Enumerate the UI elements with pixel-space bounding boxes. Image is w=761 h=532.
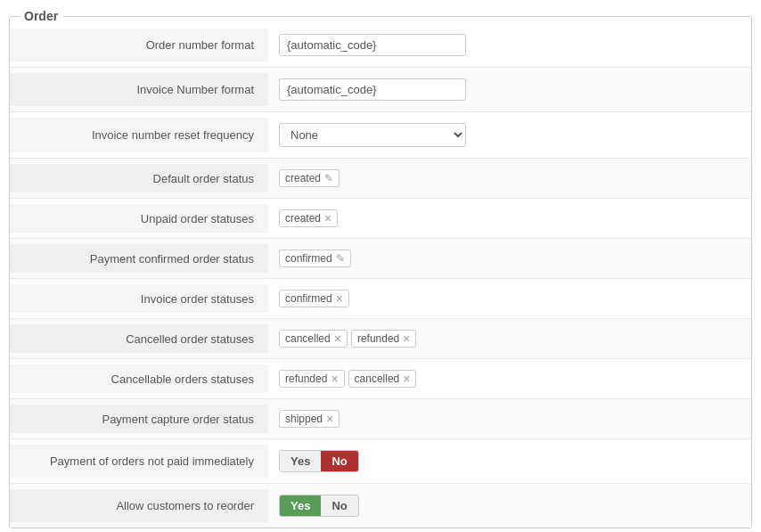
- tag-label: shipped: [285, 413, 323, 425]
- label-cancelled-order-statuses: Cancelled order statuses: [10, 324, 268, 353]
- form-row-invoice-number-format: Invoice Number format: [10, 68, 751, 112]
- field-payment-not-paid-immediately: YesNo: [268, 445, 751, 478]
- form-row-payment-capture-order-status: Payment capture order statusshipped×: [10, 399, 751, 439]
- tag-cancelled-order-statuses-cancelled: cancelled×: [279, 330, 348, 348]
- form-row-payment-not-paid-immediately: Payment of orders not paid immediatelyYe…: [10, 439, 751, 484]
- label-invoice-reset-frequency: Invoice number reset frequency: [10, 118, 268, 152]
- form-row-allow-customers-reorder: Allow customers to reorderYesNo: [10, 484, 751, 528]
- field-invoice-reset-frequency: NoneDailyMonthlyYearly: [268, 118, 751, 152]
- tag-cancellable-orders-statuses-cancelled: cancelled×: [348, 370, 417, 388]
- tag-cancelled-order-statuses-refunded: refunded×: [351, 330, 417, 348]
- toggle-yes-payment-not-paid-immediately[interactable]: Yes: [280, 451, 321, 471]
- tag-payment-capture-order-status-shipped: shipped×: [279, 410, 340, 428]
- form-row-default-order-status: Default order statuscreated✎: [10, 159, 751, 199]
- field-cancellable-orders-statuses: refunded×cancelled×: [268, 364, 751, 393]
- field-payment-confirmed-order-status: confirmed✎: [268, 244, 751, 273]
- edit-icon[interactable]: ✎: [324, 172, 333, 184]
- label-invoice-order-statuses: Invoice order statuses: [10, 284, 268, 313]
- input-order-number-format[interactable]: [279, 34, 466, 56]
- tag-label: confirmed: [285, 252, 332, 265]
- label-cancellable-orders-statuses: Cancellable orders statuses: [10, 364, 268, 393]
- toggle-yes-allow-customers-reorder[interactable]: Yes: [280, 495, 321, 516]
- field-invoice-order-statuses: confirmed×: [268, 284, 751, 313]
- label-default-order-status: Default order status: [10, 164, 268, 192]
- order-panel: Order Order number formatInvoice Number …: [9, 9, 752, 528]
- tag-cancellable-orders-statuses-refunded: refunded×: [279, 370, 345, 388]
- edit-icon[interactable]: ✎: [336, 252, 345, 265]
- label-payment-capture-order-status: Payment capture order status: [10, 405, 268, 433]
- toggle-payment-not-paid-immediately: YesNo: [279, 450, 359, 472]
- field-invoice-number-format: [268, 73, 751, 106]
- panel-title: Order: [19, 9, 63, 23]
- form-row-invoice-order-statuses: Invoice order statusesconfirmed×: [10, 279, 751, 319]
- form-row-unpaid-order-statuses: Unpaid order statusescreated×: [10, 199, 751, 239]
- tag-label: created: [285, 212, 321, 225]
- tag-label: cancelled: [285, 332, 331, 345]
- remove-icon[interactable]: ×: [334, 332, 341, 345]
- field-allow-customers-reorder: YesNo: [268, 489, 751, 522]
- tag-payment-confirmed-order-status-confirmed: confirmed✎: [279, 250, 351, 267]
- label-invoice-number-format: Invoice Number format: [10, 73, 268, 106]
- tag-label: refunded: [357, 332, 399, 345]
- remove-icon[interactable]: ×: [331, 372, 338, 385]
- remove-icon[interactable]: ×: [403, 372, 410, 385]
- tag-label: refunded: [285, 372, 327, 385]
- field-unpaid-order-statuses: created×: [268, 204, 751, 233]
- remove-icon[interactable]: ×: [326, 413, 333, 425]
- remove-icon[interactable]: ×: [324, 212, 331, 225]
- remove-icon[interactable]: ×: [336, 292, 343, 305]
- form-row-cancelled-order-statuses: Cancelled order statusescancelled×refund…: [10, 319, 751, 359]
- tag-label: confirmed: [285, 292, 332, 305]
- form-row-payment-confirmed-order-status: Payment confirmed order statusconfirmed✎: [10, 239, 751, 279]
- toggle-allow-customers-reorder: YesNo: [279, 495, 359, 517]
- field-cancelled-order-statuses: cancelled×refunded×: [268, 324, 751, 353]
- label-payment-confirmed-order-status: Payment confirmed order status: [10, 244, 268, 273]
- field-default-order-status: created✎: [268, 164, 751, 192]
- form-row-order-number-format: Order number format: [10, 23, 751, 68]
- remove-icon[interactable]: ×: [403, 332, 410, 345]
- label-order-number-format: Order number format: [10, 29, 268, 61]
- select-invoice-reset-frequency[interactable]: NoneDailyMonthlyYearly: [279, 123, 466, 147]
- tag-label: created: [285, 172, 321, 184]
- field-payment-capture-order-status: shipped×: [268, 405, 751, 433]
- tag-default-order-status-created: created✎: [279, 169, 340, 187]
- field-order-number-format: [268, 29, 751, 61]
- form-row-invoice-reset-frequency: Invoice number reset frequencyNoneDailyM…: [10, 112, 751, 159]
- form-row-cancellable-orders-statuses: Cancellable orders statusesrefunded×canc…: [10, 359, 751, 399]
- input-invoice-number-format[interactable]: [279, 78, 466, 101]
- toggle-no-allow-customers-reorder[interactable]: No: [321, 495, 357, 516]
- label-unpaid-order-statuses: Unpaid order statuses: [10, 204, 268, 233]
- toggle-no-payment-not-paid-immediately[interactable]: No: [321, 451, 357, 471]
- label-payment-not-paid-immediately: Payment of orders not paid immediately: [10, 445, 268, 478]
- label-allow-customers-reorder: Allow customers to reorder: [10, 489, 268, 522]
- tag-unpaid-order-statuses-created: created×: [279, 209, 338, 227]
- tag-invoice-order-statuses-confirmed: confirmed×: [279, 290, 349, 307]
- tag-label: cancelled: [355, 372, 400, 385]
